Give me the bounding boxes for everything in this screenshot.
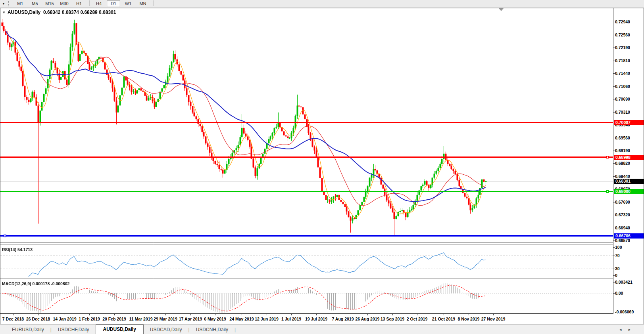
level-line[interactable]: [0, 157, 613, 158]
level-price-badge: 0.68000: [614, 189, 644, 194]
level-drag-marker[interactable]: [4, 235, 6, 237]
date-label: 26 Aug 2019: [356, 317, 380, 321]
date-tick: [493, 314, 494, 315]
date-label: 11 Mar 2019: [129, 317, 153, 321]
tab-audusd[interactable]: AUDUSD,Daily: [96, 324, 144, 334]
price-axis-label: 0.70310: [615, 110, 644, 115]
macd-axis-label: -0.006069: [615, 309, 644, 315]
date-label: 2 Oct 2019: [407, 317, 428, 321]
level-price-badge: 0.70007: [614, 120, 644, 125]
date-label: 24 May 2019: [229, 317, 254, 321]
tab-usdchf[interactable]: USDCHF,Daily: [52, 325, 96, 334]
date-tick: [291, 314, 292, 315]
date-label: 6 May 2019: [204, 317, 226, 321]
date-tick: [165, 314, 166, 315]
current-price-badge: 0.68301: [614, 179, 644, 184]
chart-ohlc-values: 0.68342 0.68374 0.68289 0.68301: [43, 10, 116, 15]
timeframe-button-m1[interactable]: M1: [13, 0, 27, 7]
timeframe-button-h4[interactable]: H4: [92, 0, 106, 7]
arrow-left-icon[interactable]: ◄: [619, 328, 628, 332]
price-axis-label: 0.72560: [615, 32, 644, 38]
timeframe-button-m5[interactable]: M5: [28, 0, 42, 7]
date-tick: [444, 314, 444, 315]
level-line[interactable]: [0, 122, 613, 123]
date-label: 27 Nov 2019: [481, 317, 506, 321]
timeframe-button-m15[interactable]: M15: [43, 0, 56, 7]
timeframe-button-d1[interactable]: D1: [107, 0, 120, 7]
date-tick: [215, 314, 215, 315]
toolbar-separator: [89, 0, 90, 6]
level-price-badge: 0.66706: [614, 233, 644, 239]
macd-axis-label: 0.003421: [615, 280, 644, 285]
date-tick: [89, 314, 90, 315]
date-label: 7 Aug 2019: [332, 317, 354, 321]
rsi-axis-label: 100: [615, 245, 644, 250]
timeframe-button-h1[interactable]: H1: [72, 0, 86, 7]
date-tick: [343, 314, 343, 315]
price-axis-label: 0.72940: [615, 19, 644, 25]
date-label: 13 Sep 2019: [381, 317, 404, 321]
caret-down-icon[interactable]: ▼: [0, 2, 7, 6]
date-label: 26 Dec 2018: [26, 317, 50, 321]
trading-app-window: ▼ M1M5M15M30H1H4D1W1MN ▼AUDUSD,Daily 0.6…: [0, 0, 644, 334]
date-label: 17 Apr 2019: [179, 317, 202, 321]
caret-down-icon[interactable]: ▼: [2, 11, 6, 14]
date-label: 21 Oct 2019: [432, 317, 455, 321]
date-label: 1 Feb 2019: [79, 317, 100, 321]
date-tick: [141, 314, 141, 315]
price-axis-label: 0.68440: [615, 174, 644, 179]
date-tick: [65, 314, 65, 315]
date-tick: [316, 314, 317, 315]
date-tick: [367, 314, 368, 315]
date-label: 29 Mar 2019: [154, 317, 177, 321]
rsi-axis-label: 0: [615, 273, 644, 278]
level-price-badge: 0.68998: [614, 155, 644, 160]
symbol-tabs: EURUSD,Daily|USDCHF,DailyAUDUSD,DailyUSD…: [6, 324, 236, 334]
chart-shift-marker-icon[interactable]: [499, 8, 504, 11]
level-drag-marker[interactable]: [606, 156, 609, 158]
macd-indicator-label: MACD(12,26,9) 0.000178 -0.000802: [2, 281, 69, 286]
date-label: 19 Jul 2019: [305, 317, 327, 321]
tab-scroll-arrows: ◄►: [619, 328, 637, 334]
price-axis-label: 0.72190: [615, 45, 644, 50]
timeframe-button-mn[interactable]: MN: [136, 0, 150, 7]
tab-eurusd[interactable]: EURUSD,Daily: [6, 325, 50, 334]
price-axis-label: 0.68820: [615, 161, 644, 166]
date-tick: [392, 314, 393, 315]
rsi-axis-label: 70: [615, 253, 644, 258]
level-line[interactable]: [0, 191, 613, 192]
price-axis-label: 0.71810: [615, 58, 644, 63]
price-axis-label: 0.71060: [615, 84, 644, 89]
timeframe-buttons: M1M5M15M30H1H4D1W1MN: [13, 0, 156, 7]
price-axis-label: 0.69190: [615, 148, 644, 153]
level-line[interactable]: [0, 235, 613, 237]
arrow-right-icon[interactable]: ►: [628, 328, 637, 332]
price-axis-label: 0.67690: [615, 200, 644, 205]
macd-axis-label: 0.00: [615, 291, 644, 296]
date-tick: [13, 314, 13, 315]
symbol-tab-bar: EURUSD,Daily|USDCHF,DailyAUDUSD,DailyUSD…: [0, 324, 644, 334]
tab-usdcnh[interactable]: USDCNH,Daily: [190, 325, 235, 334]
date-tick: [114, 314, 115, 315]
tab-usdcad[interactable]: USDCAD,Daily: [144, 325, 188, 334]
chart-title: ▼AUDUSD,Daily 0.68342 0.68374 0.68289 0.…: [2, 10, 116, 15]
toolbar-separator: [153, 0, 154, 6]
level-drag-marker[interactable]: [606, 190, 609, 193]
price-axis-label: 0.70690: [615, 97, 644, 102]
date-label: 7 Dec 2018: [2, 317, 24, 321]
date-tick: [242, 314, 242, 315]
tab-separator: |: [235, 327, 236, 334]
timeframe-toolbar: ▼ M1M5M15M30H1H4D1W1MN: [0, 0, 644, 8]
date-tick: [267, 314, 267, 315]
date-label: 8 Nov 2019: [458, 317, 480, 321]
date-tick: [38, 314, 38, 315]
price-chart-canvas[interactable]: [0, 8, 613, 314]
rsi-axis-label: 30: [615, 266, 644, 271]
timeframe-button-m30[interactable]: M30: [58, 0, 71, 7]
toolbar-grip-handle[interactable]: [8, 1, 10, 6]
timeframe-button-w1[interactable]: W1: [121, 0, 135, 7]
price-axis-label: 0.71440: [615, 71, 644, 76]
price-axis-label: 0.69560: [615, 136, 644, 141]
date-label: 14 Jan 2019: [53, 317, 77, 321]
rsi-indicator-label: RSI(14) 54.1713: [2, 247, 33, 252]
